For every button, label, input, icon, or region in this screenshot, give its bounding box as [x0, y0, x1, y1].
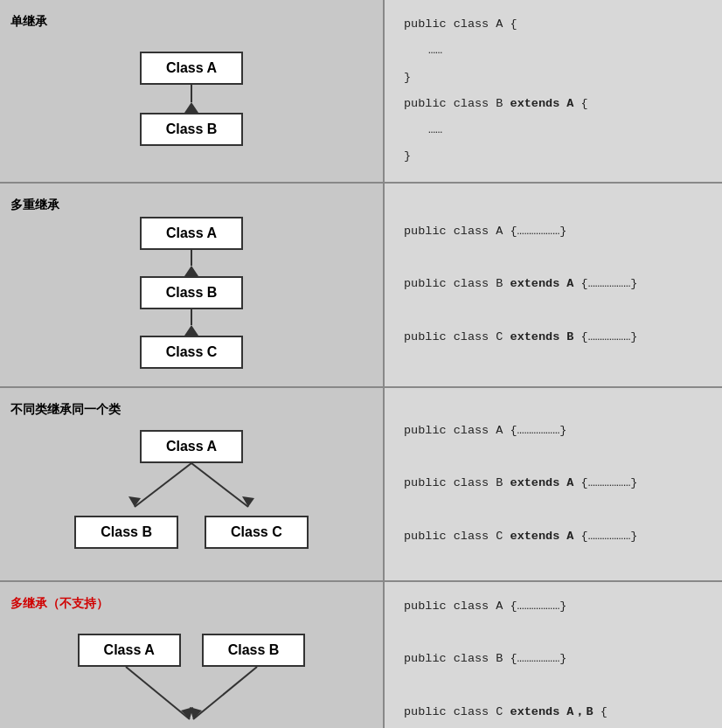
code-line-4: public class B extends A {: [404, 95, 703, 113]
fan-out-top: Class A: [140, 430, 243, 463]
arrow-line-1: [191, 250, 192, 266]
fan-in-top-boxes: Class A Class B: [78, 634, 306, 667]
fanin-svg: [60, 667, 323, 728]
diagram-boxes-chain: Class A Class B Class C: [140, 217, 244, 369]
diagram-single-inherit: 单继承 Class A Class B: [0, 0, 385, 182]
code-ml-4: [404, 302, 703, 320]
label-fan-in: 多继承（不支持）: [10, 596, 108, 612]
svg-line-0: [135, 463, 191, 507]
arrow-line: [191, 85, 192, 102]
label-fan-out: 不同类继承同一个类: [10, 402, 121, 418]
diagram-multi-level: 多重继承 Class A Class B Class C: [0, 184, 385, 386]
class-box-A-fanout: Class A: [140, 430, 243, 463]
arrow-chain-2: [184, 309, 198, 336]
row-single-inherit: 单继承 Class A Class B public class A { …… …: [0, 0, 722, 184]
code-line-5: ……: [428, 121, 703, 139]
diagram-boxes-single: Class A Class B: [140, 52, 244, 146]
class-box-B-single: Class B: [140, 113, 244, 146]
row-different-inherit-same: 不同类继承同一个类 Class A C: [0, 388, 722, 582]
code-fo-4: [404, 502, 703, 519]
code-ml-5: public class C extends B {………………}: [404, 329, 703, 346]
fan-in-diagram: Class A Class B Class C: [60, 634, 323, 728]
class-box-B-fanin: Class B: [202, 634, 306, 667]
svg-line-2: [191, 463, 248, 507]
code-line-1: public class A {: [404, 16, 703, 33]
code-multi-level: public class A {………………} public class B e…: [385, 184, 722, 386]
svg-marker-1: [128, 496, 141, 507]
code-fi-3: public class B {………………}: [404, 650, 703, 668]
label-multi-level: 多重继承: [10, 198, 59, 213]
code-single-inherit: public class A { …… } public class B ext…: [385, 0, 722, 182]
fan-in-arrows: [60, 667, 323, 728]
code-ml-3: public class B extends A {………………}: [404, 275, 703, 293]
svg-line-4: [126, 667, 190, 719]
class-box-B-chain: Class B: [140, 276, 244, 309]
diagram-fan-out: 不同类继承同一个类 Class A C: [0, 388, 385, 580]
code-fan-in: public class A {………………} public class B {…: [385, 582, 722, 729]
fanout-svg: [87, 463, 296, 516]
arrow-single: [184, 85, 198, 113]
arrow-line-2: [191, 309, 192, 325]
arrow-head: [184, 102, 198, 113]
class-box-A-fanin: Class A: [78, 634, 181, 667]
diagram-fan-in: 多继承（不支持） Class A Class B Clas: [0, 582, 385, 729]
code-fan-out: public class A {………………} public class B e…: [385, 388, 722, 580]
class-box-C-chain: Class C: [140, 336, 244, 369]
arrow-head-2: [184, 325, 198, 336]
arrow-chain-1: [184, 250, 198, 276]
code-fo-2: [404, 448, 703, 466]
arrow-head-1: [184, 266, 198, 276]
class-box-C-fanout: Class C: [205, 516, 309, 549]
fan-out-bottom: Class B Class C: [74, 516, 308, 549]
code-fo-1: public class A {………………}: [404, 422, 703, 440]
code-fi-5: public class C extends A，B {: [404, 704, 703, 721]
svg-marker-3: [242, 496, 254, 507]
code-line-3: }: [404, 69, 703, 87]
code-fi-1: public class A {………………}: [404, 598, 703, 615]
class-box-B-fanout: Class B: [74, 516, 178, 549]
class-box-A-chain: Class A: [140, 217, 243, 250]
code-fi-2: [404, 624, 703, 641]
code-fo-5: public class C extends A {………………}: [404, 528, 703, 545]
code-line-2: ……: [428, 42, 703, 59]
row-multi-level-inherit: 多重继承 Class A Class B Class C public clas…: [0, 184, 722, 388]
fanout-arrows: [87, 463, 296, 516]
code-ml-2: [404, 249, 703, 267]
label-single-inherit: 单继承: [10, 14, 47, 30]
row-multi-inherit-unsupported: 多继承（不支持） Class A Class B Clas: [0, 582, 722, 729]
main-container: 单继承 Class A Class B public class A { …… …: [0, 0, 722, 728]
class-box-A-single: Class A: [140, 52, 243, 85]
code-fi-4: [404, 676, 703, 694]
fan-out-diagram: Class A Class B Class C: [74, 430, 308, 549]
svg-line-6: [193, 667, 257, 719]
code-line-6: }: [404, 148, 703, 165]
code-fo-3: public class B extends A {………………}: [404, 475, 703, 492]
code-ml-1: public class A {………………}: [404, 223, 703, 240]
